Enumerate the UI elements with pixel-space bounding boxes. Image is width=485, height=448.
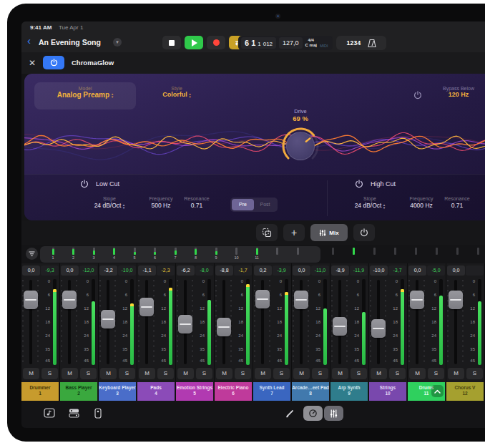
volume-value[interactable]: -8,9 bbox=[331, 266, 349, 276]
solo-button[interactable]: S bbox=[157, 368, 174, 379]
overview-window[interactable]: 1234567891011 bbox=[40, 246, 320, 263]
screen: 9:41 AM Tue Apr 1 ‹ An Evening Song ▾ ⇄ … bbox=[21, 21, 485, 428]
close-plugin-icon[interactable]: ✕ bbox=[29, 58, 36, 68]
filter-button[interactable] bbox=[26, 248, 38, 260]
fader-handle[interactable] bbox=[139, 298, 154, 316]
solo-button[interactable]: S bbox=[196, 368, 212, 379]
mixer-power-button[interactable] bbox=[353, 224, 375, 241]
mute-button[interactable]: M bbox=[62, 368, 78, 379]
fader-handle[interactable] bbox=[62, 291, 77, 309]
metronome-icon[interactable] bbox=[368, 39, 376, 48]
mute-button[interactable]: M bbox=[409, 368, 426, 379]
volume-value[interactable]: -8,8 bbox=[215, 266, 233, 276]
fader-handle[interactable] bbox=[449, 291, 463, 309]
mute-button[interactable]: M bbox=[100, 368, 117, 379]
model-selector[interactable]: Model Analog Preamp ▴▾ bbox=[34, 82, 136, 109]
fader-scale-label: 6 bbox=[195, 293, 205, 297]
track-name-label[interactable]: Bass Player2 bbox=[60, 382, 97, 401]
lowcut-power-icon[interactable] bbox=[80, 180, 89, 188]
stop-button[interactable] bbox=[162, 36, 181, 49]
track-name-label[interactable]: Chorus V12 bbox=[446, 382, 484, 401]
track-name-label[interactable]: Arcade…eet Pad8 bbox=[292, 382, 329, 401]
fader-handle[interactable] bbox=[255, 290, 270, 308]
fader-handle[interactable] bbox=[294, 291, 308, 309]
gain-tool-button[interactable] bbox=[303, 406, 323, 421]
track-name-label[interactable]: Keyboard Player3 bbox=[99, 382, 136, 401]
volume-value[interactable]: -1,1 bbox=[138, 266, 156, 276]
play-button[interactable] bbox=[185, 36, 203, 49]
solo-button[interactable]: S bbox=[466, 368, 483, 379]
lowcut-resonance[interactable]: Resonance 0.71 bbox=[176, 196, 217, 209]
keyboard-button[interactable] bbox=[90, 405, 106, 421]
solo-button[interactable]: S bbox=[351, 368, 367, 379]
mute-button[interactable]: M bbox=[23, 368, 39, 379]
style-selector[interactable]: Style Colorful ▴▾ bbox=[144, 86, 209, 98]
volume-value[interactable]: 0,0 bbox=[22, 266, 40, 276]
volume-value[interactable]: 0,0 bbox=[447, 266, 465, 276]
title-dropdown-icon[interactable]: ▾ bbox=[113, 38, 122, 47]
solo-button[interactable]: S bbox=[41, 368, 58, 379]
copy-settings-button[interactable] bbox=[256, 224, 278, 241]
mute-button[interactable]: M bbox=[293, 368, 310, 379]
solo-button[interactable]: S bbox=[428, 368, 444, 379]
highcut-resonance[interactable]: Resonance 0.71 bbox=[436, 196, 478, 209]
bypass-power-icon[interactable] bbox=[413, 91, 422, 99]
count-in-button[interactable]: 1234 bbox=[346, 39, 361, 47]
back-chevron-icon[interactable]: ‹ bbox=[27, 34, 31, 47]
fader-handle[interactable] bbox=[410, 291, 424, 309]
track-name-label[interactable]: Emotion Strings5 bbox=[176, 382, 213, 401]
solo-button[interactable]: S bbox=[80, 368, 97, 379]
fader-handle[interactable] bbox=[371, 319, 386, 338]
highcut-slope[interactable]: Slope 24 dB/Oct ▴▾ bbox=[348, 196, 392, 209]
fader-handle[interactable] bbox=[178, 315, 192, 333]
record-button[interactable] bbox=[207, 36, 225, 49]
track-name-label[interactable]: Drummer1 bbox=[21, 382, 59, 401]
volume-value[interactable]: -10,0 bbox=[370, 266, 388, 276]
browser-button[interactable] bbox=[41, 405, 57, 421]
solo-button[interactable]: S bbox=[312, 368, 328, 379]
track-name-label[interactable]: Strings10 bbox=[369, 382, 406, 401]
track-name-label[interactable]: Synth Lead7 bbox=[253, 382, 290, 401]
highcut-power-icon[interactable] bbox=[355, 180, 363, 188]
volume-value[interactable]: 0,0 bbox=[61, 266, 79, 276]
fader-scale-label: 45 bbox=[426, 359, 436, 363]
plugin-power-button[interactable] bbox=[43, 56, 64, 69]
mute-button[interactable]: M bbox=[216, 368, 232, 379]
lowcut-slope[interactable]: Slope 24 dB/Oct ▴▾ bbox=[87, 196, 132, 209]
mute-button[interactable]: M bbox=[139, 368, 155, 379]
volume-value[interactable]: 0,0 bbox=[293, 266, 310, 276]
volume-value[interactable]: -6,2 bbox=[177, 266, 195, 276]
mute-button[interactable]: M bbox=[177, 368, 194, 379]
fader-handle[interactable] bbox=[24, 291, 38, 309]
faders-tool-button[interactable] bbox=[324, 406, 343, 421]
mute-button[interactable]: M bbox=[332, 368, 348, 379]
track-name-label[interactable]: Pads4 bbox=[137, 382, 175, 401]
track-name-label[interactable]: Arp Synth9 bbox=[330, 382, 368, 401]
solo-button[interactable]: S bbox=[119, 368, 135, 379]
add-plugin-button[interactable]: + bbox=[283, 224, 305, 241]
fader-handle[interactable] bbox=[333, 317, 347, 336]
collapse-plugin-button[interactable] bbox=[431, 385, 444, 397]
lowcut-prepost-toggle[interactable]: Pre Post bbox=[230, 198, 278, 212]
edit-button[interactable] bbox=[282, 405, 298, 421]
mute-button[interactable]: M bbox=[371, 368, 387, 379]
pre-option[interactable]: Pre bbox=[232, 199, 254, 210]
solo-button[interactable]: S bbox=[235, 368, 251, 379]
bypass-below-control[interactable]: Bypass Below 120 Hz bbox=[431, 86, 485, 98]
solo-button[interactable]: S bbox=[273, 368, 290, 379]
tiles-button[interactable] bbox=[66, 405, 82, 421]
lcd-display[interactable]: 6 1 1 012 127,0 4/4 C maj MIDI bbox=[238, 36, 333, 50]
volume-value[interactable]: 0,2 bbox=[254, 266, 272, 276]
volume-value[interactable]: 0,0 bbox=[408, 266, 426, 276]
fader-handle[interactable] bbox=[217, 318, 231, 336]
fader-handle[interactable] bbox=[101, 310, 115, 328]
song-title[interactable]: An Evening Song bbox=[39, 38, 101, 47]
volume-value[interactable]: -3,2 bbox=[99, 266, 117, 276]
mute-button[interactable]: M bbox=[255, 368, 271, 379]
mix-view-button[interactable]: Mix bbox=[310, 224, 348, 241]
post-option[interactable]: Post bbox=[254, 199, 276, 210]
track-name-label[interactable]: Electric Piano6 bbox=[215, 382, 252, 401]
drive-knob[interactable] bbox=[281, 127, 320, 165]
mute-button[interactable]: M bbox=[448, 368, 464, 379]
solo-button[interactable]: S bbox=[389, 368, 406, 379]
